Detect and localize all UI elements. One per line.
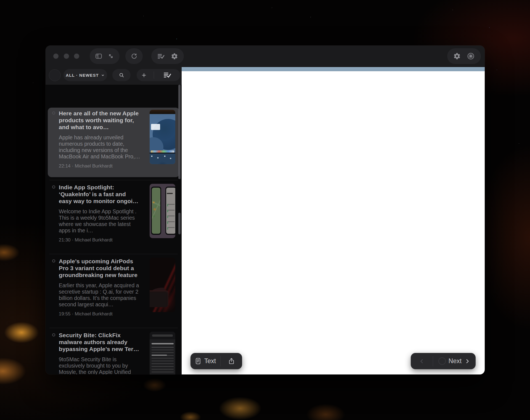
article-text-block: Security Bite: ClickFix malware authors … — [59, 332, 142, 374]
share-icon — [228, 358, 235, 365]
thumbnail-decoration — [152, 343, 174, 344]
unread-dot-icon — [52, 259, 55, 262]
rss-reader-window: ALL · NEWEST — [46, 46, 485, 374]
add-and-mark-read-group — [137, 69, 180, 81]
filter-sort-dropdown[interactable]: ALL · NEWEST — [63, 69, 107, 81]
mark-all-read-icon — [163, 71, 171, 79]
article-thumbnail-security-screenshot — [150, 332, 175, 374]
list-scrollbar-thumb[interactable] — [178, 213, 181, 234]
article-title: Here are all of the new Apple products w… — [59, 110, 139, 131]
article-list-item[interactable]: Apple’s upcoming AirPods Pro 3 variant c… — [46, 256, 182, 325]
window-toolbar — [46, 46, 485, 67]
share-button[interactable] — [221, 358, 242, 365]
reader-navigation-controls: Next — [411, 353, 476, 369]
thumbnail-decoration — [152, 355, 167, 356]
unread-circle-icon — [438, 357, 446, 365]
article-list-pane: ALL · NEWEST — [46, 67, 182, 374]
settings-gear-icon[interactable] — [453, 52, 461, 60]
article-text-block: Indie App Spotlight: ‘QuakeInfo’ is a fa… — [59, 184, 142, 243]
add-subscription-button[interactable] — [137, 72, 151, 78]
thumbnail-decoration — [150, 153, 175, 164]
filter-sort-label: ALL · NEWEST — [66, 73, 99, 78]
unread-dot-icon — [52, 185, 55, 188]
space-desktop-background: { "list_header": { "filter_label": "ALL … — [0, 0, 530, 420]
article-thumbnail-quakeinfo-iphones — [150, 184, 175, 238]
thumbnail-decoration — [165, 187, 175, 235]
next-article-button[interactable]: Next — [433, 357, 476, 365]
search-button[interactable] — [112, 69, 131, 81]
thumbnail-decoration — [167, 193, 173, 194]
article-text-block: Here are all of the new Apple products w… — [59, 110, 142, 169]
mark-all-read-button[interactable] — [154, 71, 180, 79]
thumbnail-decoration — [151, 124, 160, 130]
traffic-light-minimize-button[interactable] — [64, 54, 69, 59]
settings-gear-icon[interactable] — [171, 53, 178, 60]
chevron-left-icon — [419, 358, 425, 364]
traffic-light-zoom-button[interactable] — [74, 54, 79, 59]
article-meta: 19:55 · Michael Burkhardt — [59, 311, 142, 317]
chevron-right-icon — [464, 358, 470, 364]
article-meta: 22:14 · Michael Burkhardt — [59, 163, 142, 169]
reader-content-pane — [182, 67, 485, 374]
article-list-item[interactable]: Indie App Spotlight: ‘QuakeInfo’ is a fa… — [46, 182, 182, 251]
list-separator — [49, 180, 178, 180]
article-list-item[interactable]: Here are all of the new Apple products w… — [46, 108, 182, 177]
article-title: Security Bite: ClickFix malware authors … — [59, 332, 139, 352]
reader-top-accent-bar — [182, 67, 485, 71]
account-circle-button[interactable] — [49, 69, 61, 81]
refresh-button[interactable] — [125, 48, 143, 64]
mark-all-read-icon[interactable] — [157, 52, 165, 60]
thumbnail-decoration — [150, 290, 168, 307]
text-view-label: Text — [204, 357, 216, 365]
expand-window-icon[interactable] — [107, 53, 114, 60]
search-icon — [119, 72, 124, 78]
article-list-item[interactable]: Security Bite: ClickFix malware authors … — [46, 329, 182, 374]
article-thumbnail-macbook-desktop — [150, 110, 175, 164]
text-document-icon — [195, 358, 201, 365]
article-summary: 9to5Mac Security Bite is exclusively bro… — [59, 356, 141, 374]
thumbnail-decoration — [152, 334, 173, 337]
layout-button-group — [90, 48, 120, 64]
article-text-block: Apple’s upcoming AirPods Pro 3 variant c… — [59, 258, 142, 317]
thumbnail-decoration — [166, 188, 175, 234]
text-view-button[interactable]: Text — [190, 357, 220, 365]
article-title: Indie App Spotlight: ‘QuakeInfo’ is a fa… — [59, 184, 139, 204]
reader-view-controls: Text — [190, 353, 242, 369]
thumbnail-decoration — [152, 188, 160, 234]
article-meta: 21:30 · Michael Burkhardt — [59, 237, 142, 243]
traffic-light-close-button[interactable] — [53, 54, 59, 59]
thumbnail-decoration — [152, 347, 174, 374]
list-scrollbar-thumb[interactable] — [178, 85, 181, 179]
list-separator — [49, 328, 178, 328]
article-list-header: ALL · NEWEST — [46, 67, 182, 85]
plus-icon — [141, 72, 147, 78]
unread-dot-icon — [52, 111, 55, 115]
article-title: Apple’s upcoming AirPods Pro 3 variant c… — [59, 258, 139, 278]
article-summary: Welcome to Indie App Spotlight . This is… — [59, 208, 141, 234]
article-summary: Earlier this year, Apple acquired a secr… — [59, 282, 141, 308]
article-summary: Apple has already unveiled numerous prod… — [59, 134, 141, 160]
list-separator — [49, 254, 178, 254]
article-thumbnail-airpods-dark — [150, 258, 175, 312]
refresh-icon — [131, 53, 138, 60]
sidebar-toggle-icon[interactable] — [95, 52, 102, 60]
list-actions-button-group — [151, 48, 184, 64]
unread-dot-icon — [52, 333, 55, 336]
previous-article-button[interactable] — [411, 358, 433, 364]
compass-browser-icon[interactable] — [467, 52, 475, 60]
app-settings-button-group — [447, 48, 481, 64]
thumbnail-decoration — [151, 187, 161, 235]
chevron-down-icon — [101, 73, 105, 77]
next-button-label: Next — [449, 357, 462, 365]
